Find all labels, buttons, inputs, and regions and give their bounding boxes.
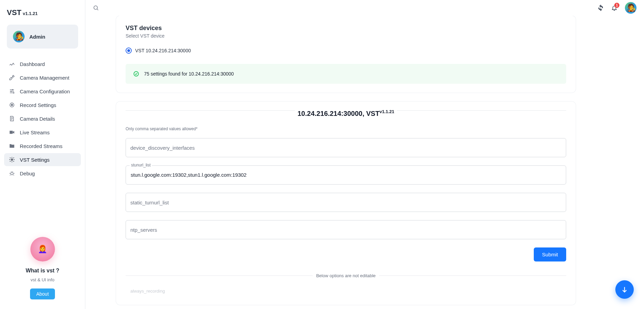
- app-version: v1.1.21: [23, 11, 38, 16]
- video-icon: [9, 129, 15, 135]
- settings-heading: 10.24.216.214:30000, VSTv1.1.21: [126, 110, 566, 118]
- check-icon: [133, 71, 139, 77]
- device-discovery-interfaces-input[interactable]: [126, 138, 566, 157]
- sync-icon: [598, 5, 604, 11]
- avatar-icon: 🧑‍🎤: [626, 4, 635, 12]
- nav-label: Camera Management: [20, 75, 69, 81]
- sidebar-item-live-streams[interactable]: Live Streams: [4, 126, 81, 139]
- static-turnurl-list-input[interactable]: [126, 193, 566, 212]
- alert-text: 75 settings found for 10.24.216.214:3000…: [144, 71, 234, 77]
- svg-point-1: [11, 91, 12, 92]
- main: 1 🧑‍🎤 VST devices Select VST device VST …: [85, 0, 644, 309]
- document-icon: [9, 116, 15, 122]
- sidebar-item-dashboard[interactable]: Dashboard: [4, 57, 81, 70]
- folder-video-icon: [9, 143, 15, 149]
- about-button[interactable]: About: [30, 288, 55, 299]
- svg-point-7: [94, 6, 98, 10]
- sidebar-tip: 👩‍🦰 What is vst ? vst & UI info About: [3, 230, 82, 303]
- device-option-label: VST 10.24.216.214:30000: [135, 48, 191, 53]
- tip-subtitle: vst & UI info: [30, 277, 54, 282]
- sidebar-item-recorded-streams[interactable]: Recorded Streams: [4, 139, 81, 152]
- notifications-badge: 1: [614, 3, 619, 8]
- nav: Dashboard Camera Management Camera Confi…: [3, 57, 82, 180]
- settings-found-alert: 75 settings found for 10.24.216.214:3000…: [126, 64, 566, 84]
- nav-label: VST Settings: [20, 157, 49, 163]
- scroll-down-fab[interactable]: [615, 280, 634, 299]
- sidebar-item-camera-details[interactable]: Camera Details: [4, 112, 81, 125]
- sidebar-item-camera-management[interactable]: Camera Management: [4, 71, 81, 84]
- device-option-0[interactable]: VST 10.24.216.214:30000: [126, 48, 566, 54]
- sliders-icon: [9, 88, 15, 94]
- content: VST devices Select VST device VST 10.24.…: [85, 16, 644, 309]
- settings-heading-main: 10.24.216.214:30000, VST: [298, 110, 380, 117]
- devices-title: VST devices: [126, 25, 566, 32]
- tip-avatar-icon: 👩‍🦰: [30, 237, 55, 261]
- topbar-avatar[interactable]: 🧑‍🎤: [625, 2, 636, 14]
- field-ntp-servers: ntp_servers: [126, 220, 566, 239]
- nav-label: Debug: [20, 171, 35, 176]
- field-static-turnurl-list: static_turnurl_list: [126, 193, 566, 212]
- readonly-divider-label: Below options are not editable: [313, 273, 379, 278]
- bug-icon: [9, 170, 15, 176]
- sidebar-item-record-settings[interactable]: Record Settings: [4, 98, 81, 111]
- dashboard-icon: [9, 61, 15, 67]
- settings-card: 10.24.216.214:30000, VSTv1.1.21 Only com…: [116, 102, 576, 305]
- nav-label: Record Settings: [20, 102, 56, 108]
- sync-button[interactable]: [598, 5, 604, 11]
- arrow-down-icon: [621, 286, 628, 293]
- app-name: VST: [7, 8, 22, 17]
- notifications-button[interactable]: 1: [611, 5, 617, 11]
- devices-subtitle: Select VST device: [126, 33, 566, 39]
- stunurl-list-input[interactable]: [126, 165, 566, 185]
- always-recording-input: [126, 286, 566, 296]
- wrench-icon: [9, 75, 15, 81]
- nav-label: Camera Details: [20, 116, 55, 122]
- svg-point-2: [13, 92, 14, 93]
- field-device-discovery-interfaces: device_discovery_interfaces: [126, 138, 566, 157]
- devices-card: VST devices Select VST device VST 10.24.…: [116, 16, 576, 93]
- svg-point-0: [12, 89, 13, 90]
- readonly-divider: Below options are not editable: [126, 273, 566, 278]
- svg-point-4: [11, 104, 13, 106]
- nav-label: Camera Configuration: [20, 89, 70, 94]
- sidebar: VST v1.1.21 🧑‍🎤 Admin Dashboard Camera M…: [0, 0, 85, 309]
- search-button[interactable]: [93, 5, 99, 11]
- svg-rect-6: [11, 172, 13, 175]
- svg-point-5: [11, 159, 13, 161]
- radio-icon: [126, 48, 132, 54]
- user-name: Admin: [29, 34, 45, 40]
- sidebar-item-camera-configuration[interactable]: Camera Configuration: [4, 85, 81, 98]
- nav-label: Recorded Streams: [20, 143, 62, 149]
- ntp-servers-input[interactable]: [126, 220, 566, 239]
- sidebar-item-vst-settings[interactable]: VST Settings: [4, 153, 81, 166]
- topbar: 1 🧑‍🎤: [85, 0, 644, 16]
- search-icon: [93, 5, 99, 11]
- gear-icon: [9, 157, 15, 163]
- nav-label: Live Streams: [20, 130, 50, 135]
- settings-heading-version: v1.1.21: [380, 109, 394, 114]
- submit-button[interactable]: Submit: [534, 247, 566, 261]
- field-always-recording: always_recording: [126, 286, 566, 296]
- user-card[interactable]: 🧑‍🎤 Admin: [7, 25, 78, 49]
- sidebar-item-debug[interactable]: Debug: [4, 167, 81, 180]
- helper-text: Only comma separated values allowed*: [126, 126, 566, 131]
- record-icon: [9, 102, 15, 108]
- nav-label: Dashboard: [20, 61, 45, 67]
- user-avatar-icon: 🧑‍🎤: [13, 31, 25, 42]
- logo: VST v1.1.21: [3, 6, 82, 25]
- field-label: stunurl_list: [130, 163, 152, 167]
- field-stunurl-list: stunurl_list: [126, 165, 566, 185]
- tip-title: What is vst ?: [26, 268, 59, 274]
